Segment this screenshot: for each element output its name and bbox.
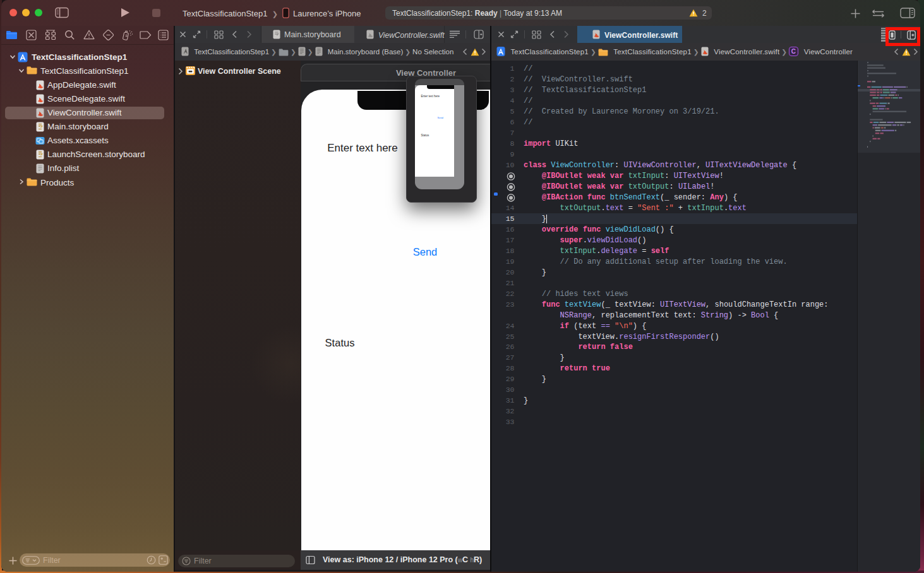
svg-text:C: C bbox=[791, 48, 796, 55]
